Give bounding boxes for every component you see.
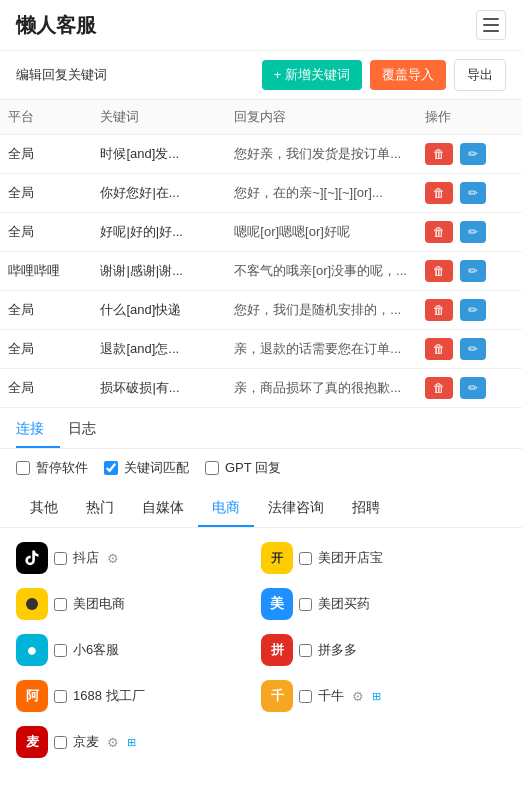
platform-ali1688: 阿 1688 找工厂 — [16, 674, 261, 718]
meituan-ecommerce-name: 美团电商 — [73, 595, 125, 613]
checkbox-gpt[interactable]: GPT 回复 — [205, 459, 281, 477]
row-reply: 您好亲，我们发货是按订单... — [226, 135, 416, 174]
qianniu-windows-icon: ⊞ — [372, 690, 381, 703]
edit-button[interactable]: ✏ — [460, 377, 486, 399]
row-platform: 全局 — [0, 369, 92, 408]
meituan-ecommerce-checkbox[interactable] — [54, 598, 67, 611]
toolbar-label: 编辑回复关键词 — [16, 66, 254, 84]
jingmai-gear-icon[interactable]: ⚙ — [107, 735, 119, 750]
qianniu-gear-icon[interactable]: ⚙ — [352, 689, 364, 704]
jingmai-checkbox[interactable] — [54, 736, 67, 749]
tab-recruit[interactable]: 招聘 — [338, 491, 394, 527]
tab-connection[interactable]: 连接 — [16, 412, 60, 448]
row-actions: 🗑 ✏ — [417, 330, 522, 369]
tab-ecommerce[interactable]: 电商 — [198, 491, 254, 527]
tab-hot[interactable]: 热门 — [72, 491, 128, 527]
platform-meituan-buy: 美 美团买药 — [261, 582, 506, 626]
edit-button[interactable]: ✏ — [460, 182, 486, 204]
tiktok-name: 抖店 — [73, 549, 99, 567]
delete-button[interactable]: 🗑 — [425, 299, 453, 321]
keyword-table: 平台 关键词 回复内容 操作 全局 时候[and]发... 您好亲，我们发货是按… — [0, 99, 522, 408]
meituan-ecommerce-icon — [16, 588, 48, 620]
pinduoduo-checkbox[interactable] — [299, 644, 312, 657]
export-button[interactable]: 导出 — [454, 59, 506, 91]
tab-selfmedia[interactable]: 自媒体 — [128, 491, 198, 527]
checkbox-pause[interactable]: 暂停软件 — [16, 459, 88, 477]
xiaoliu-icon: ● — [16, 634, 48, 666]
qianniu-icon: 千 — [261, 680, 293, 712]
row-reply: 嗯呢[or]嗯嗯[or]好呢 — [226, 213, 416, 252]
checkbox-keyword-match[interactable]: 关键词匹配 — [104, 459, 189, 477]
connection-tabs: 连接 日志 — [0, 412, 522, 449]
pause-checkbox[interactable] — [16, 461, 30, 475]
cover-import-button[interactable]: 覆盖导入 — [370, 60, 446, 90]
row-actions: 🗑 ✏ — [417, 252, 522, 291]
ali1688-icon: 阿 — [16, 680, 48, 712]
meituan-open-checkbox[interactable] — [299, 552, 312, 565]
row-keyword: 什么[and]快递 — [92, 291, 226, 330]
row-platform: 全局 — [0, 330, 92, 369]
edit-button[interactable]: ✏ — [460, 143, 486, 165]
row-reply: 亲，商品损坏了真的很抱歉... — [226, 369, 416, 408]
toolbar: 编辑回复关键词 + 新增关键词 覆盖导入 导出 — [0, 51, 522, 99]
delete-button[interactable]: 🗑 — [425, 260, 453, 282]
ali1688-checkbox[interactable] — [54, 690, 67, 703]
col-platform: 平台 — [0, 100, 92, 135]
qianniu-name: 千牛 — [318, 687, 344, 705]
menu-line — [483, 30, 499, 32]
platform-tiktok: 抖店 ⚙ — [16, 536, 261, 580]
keyword-match-label: 关键词匹配 — [124, 459, 189, 477]
table-row: 哔哩哔哩 谢谢|感谢|谢... 不客气的哦亲[or]没事的呢，... 🗑 ✏ — [0, 252, 522, 291]
col-actions: 操作 — [417, 100, 522, 135]
tab-log[interactable]: 日志 — [68, 412, 112, 448]
tab-legal[interactable]: 法律咨询 — [254, 491, 338, 527]
tab-other[interactable]: 其他 — [16, 491, 72, 527]
edit-button[interactable]: ✏ — [460, 299, 486, 321]
menu-button[interactable] — [476, 10, 506, 40]
delete-button[interactable]: 🗑 — [425, 377, 453, 399]
delete-button[interactable]: 🗑 — [425, 143, 453, 165]
table-row: 全局 损坏破损|有... 亲，商品损坏了真的很抱歉... 🗑 ✏ — [0, 369, 522, 408]
ali1688-name: 1688 找工厂 — [73, 687, 145, 705]
delete-button[interactable]: 🗑 — [425, 338, 453, 360]
header: 懒人客服 — [0, 0, 522, 51]
platform-pinduoduo: 拼 拼多多 — [261, 628, 506, 672]
table-row: 全局 什么[and]快递 您好，我们是随机安排的，... 🗑 ✏ — [0, 291, 522, 330]
tiktok-gear-icon[interactable]: ⚙ — [107, 551, 119, 566]
xiaoliu-name: 小6客服 — [73, 641, 119, 659]
delete-button[interactable]: 🗑 — [425, 221, 453, 243]
col-reply: 回复内容 — [226, 100, 416, 135]
gpt-label: GPT 回复 — [225, 459, 281, 477]
platform-meituan-open: 开 美团开店宝 — [261, 536, 506, 580]
row-keyword: 你好您好|在... — [92, 174, 226, 213]
empty-cell — [261, 720, 506, 764]
platform-jingmai: 麦 京麦 ⚙ ⊞ — [16, 720, 261, 764]
add-keyword-button[interactable]: + 新增关键词 — [262, 60, 362, 90]
delete-button[interactable]: 🗑 — [425, 182, 453, 204]
tiktok-icon — [16, 542, 48, 574]
row-actions: 🗑 ✏ — [417, 135, 522, 174]
meituan-open-icon: 开 — [261, 542, 293, 574]
meituan-buy-name: 美团买药 — [318, 595, 370, 613]
jingmai-windows-icon: ⊞ — [127, 736, 136, 749]
qianniu-checkbox[interactable] — [299, 690, 312, 703]
row-platform: 全局 — [0, 135, 92, 174]
edit-button[interactable]: ✏ — [460, 338, 486, 360]
pinduoduo-icon: 拼 — [261, 634, 293, 666]
table-row: 全局 退款[and]怎... 亲，退款的话需要您在订单... 🗑 ✏ — [0, 330, 522, 369]
edit-button[interactable]: ✏ — [460, 260, 486, 282]
tiktok-checkbox[interactable] — [54, 552, 67, 565]
checkboxes-section: 暂停软件 关键词匹配 GPT 回复 — [0, 449, 522, 487]
jingmai-name: 京麦 — [73, 733, 99, 751]
meituan-buy-checkbox[interactable] — [299, 598, 312, 611]
row-actions: 🗑 ✏ — [417, 291, 522, 330]
edit-button[interactable]: ✏ — [460, 221, 486, 243]
row-keyword: 时候[and]发... — [92, 135, 226, 174]
xiaoliu-checkbox[interactable] — [54, 644, 67, 657]
gpt-checkbox[interactable] — [205, 461, 219, 475]
table-row: 全局 你好您好|在... 您好，在的亲~][~][~][or]... 🗑 ✏ — [0, 174, 522, 213]
keyword-match-checkbox[interactable] — [104, 461, 118, 475]
row-reply: 您好，在的亲~][~][~][or]... — [226, 174, 416, 213]
row-reply: 不客气的哦亲[or]没事的呢，... — [226, 252, 416, 291]
platform-qianniu: 千 千牛 ⚙ ⊞ — [261, 674, 506, 718]
